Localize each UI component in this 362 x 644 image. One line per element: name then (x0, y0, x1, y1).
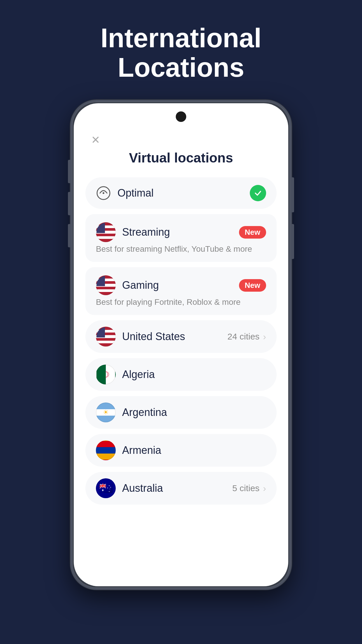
gaming-flag (96, 275, 116, 295)
phone-screen: Virtual locations Optimal (74, 103, 288, 586)
au-chevron-icon: › (263, 483, 266, 494)
gaming-new-badge: New (239, 279, 266, 292)
optimal-icon (96, 186, 111, 201)
selected-badge (250, 185, 266, 201)
streaming-desc: Best for streaming Netflix, YouTube & mo… (96, 244, 266, 254)
camera-hole (176, 111, 186, 122)
phone-mockup: Virtual locations Optimal (70, 100, 292, 590)
page-title: International Locations (77, 23, 285, 82)
au-cities: 5 cities (232, 483, 259, 493)
gaming-label: Gaming (122, 279, 233, 291)
location-item-armenia[interactable]: Armenia (85, 434, 277, 467)
streaming-label: Streaming (122, 226, 233, 238)
ar-flag (96, 402, 116, 422)
au-flag (96, 478, 116, 498)
am-flag (96, 440, 116, 460)
dz-flag (96, 365, 116, 384)
us-right: 24 cities › (227, 331, 266, 342)
location-item-australia[interactable]: Australia 5 cities › (85, 472, 277, 505)
screen-content: Virtual locations Optimal (74, 127, 288, 586)
streaming-row: Streaming New (96, 222, 266, 242)
us-cities: 24 cities (227, 332, 259, 342)
locations-list: Optimal Streaming New (74, 177, 288, 505)
svg-point-3 (103, 192, 104, 194)
au-right: 5 cities › (232, 483, 266, 494)
australia-label: Australia (122, 482, 226, 494)
argentina-label: Argentina (122, 406, 266, 419)
title-line1: International (101, 23, 261, 53)
location-item-united-states[interactable]: United States 24 cities › (85, 320, 277, 353)
close-button[interactable] (88, 132, 103, 147)
us-label: United States (122, 330, 221, 343)
us-chevron-icon: › (263, 331, 266, 342)
title-line2: Locations (118, 52, 244, 82)
location-item-streaming[interactable]: Streaming New Best for streaming Netflix… (85, 214, 277, 262)
streaming-new-badge: New (239, 226, 266, 239)
optimal-label: Optimal (117, 187, 243, 199)
us-flag (96, 327, 116, 346)
location-item-algeria[interactable]: Algeria (85, 358, 277, 391)
modal-title: Virtual locations (74, 150, 288, 166)
location-item-argentina[interactable]: Argentina (85, 396, 277, 429)
location-item-optimal[interactable]: Optimal (85, 177, 277, 209)
gaming-desc: Best for playing Fortnite, Roblox & more (96, 298, 266, 307)
armenia-label: Armenia (122, 444, 266, 456)
location-item-gaming[interactable]: Gaming New Best for playing Fortnite, Ro… (85, 267, 277, 315)
algeria-label: Algeria (122, 368, 266, 381)
streaming-flag (96, 222, 116, 242)
phone-frame: Virtual locations Optimal (70, 100, 292, 590)
gaming-row: Gaming New (96, 275, 266, 295)
